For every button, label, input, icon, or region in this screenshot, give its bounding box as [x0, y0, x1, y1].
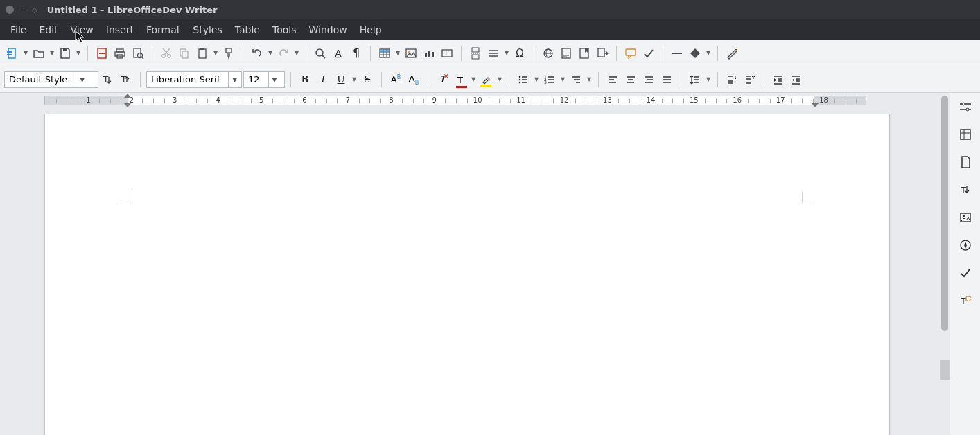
new-style-button[interactable]: T [118, 71, 134, 89]
insert-table-dropdown[interactable]: ▼ [394, 50, 401, 56]
window-minimize-button[interactable]: – [21, 5, 25, 15]
decrease-para-spacing-button[interactable] [742, 71, 758, 89]
font-name-dropdown[interactable]: ▼ [228, 72, 240, 87]
menu-tools[interactable]: Tools [266, 21, 303, 38]
scrollbar-thumb[interactable] [941, 96, 948, 331]
highlight-color-button[interactable] [478, 71, 495, 89]
open-button[interactable] [30, 44, 47, 62]
outline-dropdown[interactable]: ▼ [586, 76, 593, 82]
numbered-list-button[interactable]: 123 [541, 71, 558, 89]
bullet-list-dropdown[interactable]: ▼ [533, 76, 540, 82]
sidebar-page-icon[interactable] [956, 152, 975, 172]
highlight-color-dropdown[interactable]: ▼ [496, 76, 503, 82]
insert-bookmark-button[interactable] [576, 44, 593, 62]
window-maximize-button[interactable]: ◇ [32, 6, 37, 14]
font-color-dropdown[interactable]: ▼ [470, 76, 477, 82]
numbered-list-dropdown[interactable]: ▼ [559, 76, 566, 82]
new-document-button[interactable] [4, 44, 21, 62]
sidebar-manage-changes-icon[interactable] [956, 263, 975, 283]
menu-edit[interactable]: Edit [33, 21, 64, 38]
clear-formatting-button[interactable]: T✕ [434, 71, 450, 89]
insert-field-button[interactable] [485, 44, 502, 62]
menu-styles[interactable]: Styles [186, 21, 228, 38]
insert-image-button[interactable] [403, 44, 419, 62]
clone-formatting-button[interactable] [220, 44, 237, 62]
redo-dropdown[interactable]: ▼ [293, 50, 300, 56]
new-document-dropdown[interactable]: ▼ [22, 50, 29, 56]
underline-dropdown[interactable]: ▼ [351, 76, 358, 82]
insert-page-break-button[interactable] [467, 44, 484, 62]
font-name-combo[interactable]: Liberation Serif ▼ [146, 71, 242, 88]
update-style-button[interactable]: T [100, 71, 116, 89]
sidebar-navigator-icon[interactable] [956, 236, 975, 255]
find-replace-button[interactable] [312, 44, 329, 62]
increase-indent-button[interactable] [770, 71, 787, 89]
paste-button[interactable] [194, 44, 211, 62]
copy-button[interactable] [176, 44, 193, 62]
sidebar-properties-icon[interactable] [956, 125, 975, 144]
horizontal-ruler[interactable]: 123456789101112131415161718 [0, 94, 950, 108]
align-right-button[interactable] [640, 71, 657, 89]
save-dropdown[interactable]: ▼ [75, 50, 82, 56]
align-left-button[interactable] [604, 71, 621, 89]
export-pdf-button[interactable] [94, 44, 110, 62]
font-size-dropdown[interactable]: ▼ [268, 72, 281, 87]
insert-textbox-button[interactable]: T [439, 44, 455, 62]
superscript-button[interactable]: AB [387, 71, 404, 89]
sidebar-settings-icon[interactable] [956, 97, 975, 116]
align-justify-button[interactable] [658, 71, 675, 89]
bold-button[interactable]: B [297, 71, 313, 89]
insert-hyperlink-button[interactable] [540, 44, 557, 62]
cut-button[interactable] [158, 44, 175, 62]
menu-insert[interactable]: Insert [100, 21, 140, 38]
insert-chart-button[interactable] [421, 44, 437, 62]
insert-footnote-button[interactable] [558, 44, 575, 62]
italic-button[interactable]: I [315, 71, 331, 89]
sidebar-design-icon[interactable]: T [956, 291, 975, 310]
save-button[interactable] [57, 44, 73, 62]
line-spacing-dropdown[interactable]: ▼ [705, 76, 712, 82]
subscript-button[interactable]: AB [405, 71, 422, 89]
basic-shapes-dropdown[interactable]: ▼ [705, 50, 712, 56]
menu-format[interactable]: Format [140, 21, 186, 38]
print-button[interactable] [112, 44, 128, 62]
insert-table-button[interactable] [376, 44, 393, 62]
insert-special-char-button[interactable]: Ω [511, 44, 528, 62]
redo-button[interactable] [275, 44, 292, 62]
line-spacing-button[interactable] [687, 71, 703, 89]
paragraph-style-combo[interactable]: Default Style ▼ [4, 71, 98, 88]
strikethrough-button[interactable]: S [359, 71, 376, 89]
basic-shapes-button[interactable] [687, 44, 703, 62]
insert-comment-button[interactable] [622, 44, 639, 62]
scrollbar-pagedown[interactable] [940, 360, 950, 380]
spellcheck-button[interactable]: A﹏ [330, 44, 347, 62]
menu-view[interactable]: View [64, 21, 100, 38]
insert-field-dropdown[interactable]: ▼ [503, 50, 510, 56]
bullet-list-button[interactable] [515, 71, 532, 89]
insert-cross-reference-button[interactable] [594, 44, 611, 62]
menu-help[interactable]: Help [353, 21, 388, 38]
paragraph-style-dropdown[interactable]: ▼ [76, 72, 88, 87]
undo-button[interactable] [249, 44, 265, 62]
outline-button[interactable] [568, 71, 584, 89]
formatting-marks-button[interactable]: ¶ [348, 44, 365, 62]
show-draw-functions-button[interactable] [724, 44, 740, 62]
font-color-button[interactable]: T [452, 71, 469, 89]
sidebar-gallery-icon[interactable] [956, 208, 975, 227]
open-dropdown[interactable]: ▼ [49, 50, 55, 56]
track-changes-button[interactable] [640, 44, 657, 62]
increase-para-spacing-button[interactable] [724, 71, 740, 89]
window-close-button[interactable] [6, 6, 14, 14]
paste-dropdown[interactable]: ▼ [212, 50, 219, 56]
font-size-combo[interactable]: 12 ▼ [243, 71, 285, 88]
document-page[interactable] [44, 114, 890, 435]
menu-window[interactable]: Window [302, 21, 353, 38]
sidebar-styles-icon[interactable]: T [956, 180, 975, 199]
decrease-indent-button[interactable] [788, 71, 805, 89]
underline-button[interactable]: U [333, 71, 349, 89]
print-preview-button[interactable] [130, 44, 146, 62]
align-center-button[interactable] [622, 71, 639, 89]
menu-table[interactable]: Table [229, 21, 266, 38]
vertical-scrollbar[interactable] [940, 93, 950, 435]
undo-dropdown[interactable]: ▼ [267, 50, 274, 56]
